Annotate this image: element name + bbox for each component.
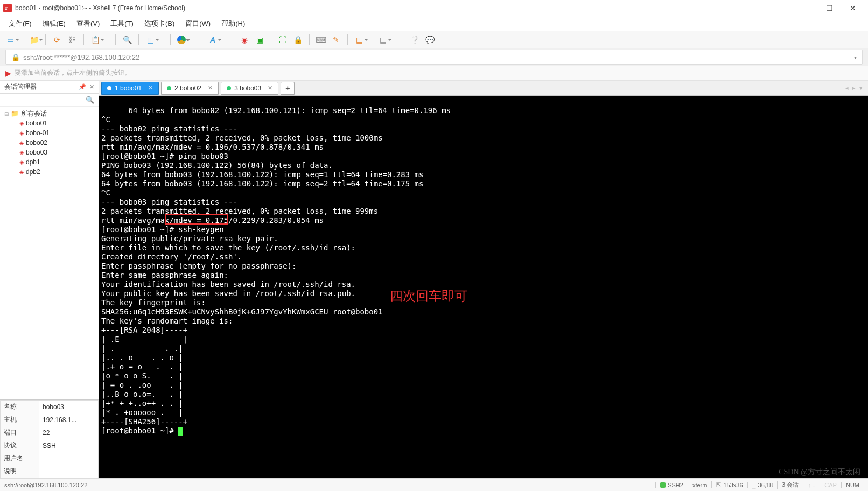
search-icon[interactable]: 🔍 [86,96,94,104]
tree-root[interactable]: ⊟ 📁 所有会话 [0,109,99,118]
session-icon: ◈ [19,139,24,146]
prop-row: 名称bobo03 [1,401,99,413]
sidebar-close-icon[interactable]: ✕ [89,83,94,90]
title-bar: x bobo01 - root@bobo01:~ - Xshell 7 (Fre… [0,0,868,16]
menu-edit[interactable]: 编辑(E) [37,17,71,31]
pin-icon[interactable]: 📌 [79,83,86,90]
fullscreen-icon[interactable]: ⛶ [278,35,288,45]
session-icon: ◈ [19,149,24,156]
close-button[interactable]: ✕ [841,1,865,16]
tab-add-button[interactable]: + [281,82,295,95]
tab-close-icon[interactable]: ✕ [148,85,153,92]
prop-row: 说明 [1,465,99,478]
tip-text: 要添加当前会话，点击左侧的箭头按钮。 [15,68,131,78]
toolbar: ▭ 📁 ⟳ ⛓ 📋 🔍 ▥ A ◉ ▣ ⛶ 🔒 ⌨ ✎ ▦ ▤ ❔ 💬 [0,31,868,48]
tab-bar: 1 bobo01 ✕ 2 bobo02 ✕ 3 bobo03 ✕ + ◂ ▸ ▾ [99,81,868,96]
main-area: 会话管理器 📌✕ 🔍 ⊟ 📁 所有会话 ◈bobo01 ◈bobo-01 ◈bo… [0,81,868,478]
status-size: ⇱ 153x36 [711,481,747,488]
address-bar[interactable]: 🔒 ssh://root:******@192.168.100.120:22 ▾ [5,50,863,65]
app-icon: x [3,4,12,12]
tab-bobo02[interactable]: 2 bobo02 ✕ [161,82,219,95]
prop-row: 协议SSH [1,439,99,452]
menu-file[interactable]: 文件(F) [3,17,37,31]
highlight-icon[interactable]: ✎ [331,35,341,45]
properties-table: 名称bobo03 主机192.168.1... 端口22 协议SSH 用户名 说… [0,400,99,478]
prop-row: 端口22 [1,426,99,439]
session-icon: ◈ [19,120,24,127]
terminal[interactable]: 64 bytes from bobo02 (192.168.100.121): … [99,96,868,478]
tree-item-bobo03[interactable]: ◈bobo03 [0,148,99,157]
tree-root-label: 所有会话 [21,109,47,118]
status-num: NUM [841,482,864,488]
disconnect-icon[interactable]: ⛓ [67,35,77,45]
status-conn: SSH2 [655,482,688,488]
menu-window[interactable]: 窗口(W) [180,17,216,31]
tab-nav-arrows[interactable]: ◂ ▸ ▾ [845,85,864,92]
session-icon: ◈ [19,159,24,166]
chat-icon[interactable]: 💬 [425,35,435,45]
terminal-list-icon[interactable]: ▤ [378,35,388,45]
content-area: 1 bobo01 ✕ 2 bobo02 ✕ 3 bobo03 ✕ + ◂ ▸ ▾… [99,81,868,478]
tree-item-dpb1[interactable]: ◈dpb1 [0,157,99,167]
copy-icon[interactable]: 📋 [90,35,100,45]
sidebar-pin[interactable]: 📌✕ [79,83,94,90]
record-icon[interactable]: ◉ [240,35,249,45]
session-icon: ◈ [19,169,24,176]
browser-icon[interactable] [177,36,186,44]
open-session-icon[interactable]: 📁 [29,35,39,45]
sidebar: 会话管理器 📌✕ 🔍 ⊟ 📁 所有会话 ◈bobo01 ◈bobo-01 ◈bo… [0,81,99,478]
menu-tools[interactable]: 工具(T) [105,17,139,31]
tab-bobo03[interactable]: 3 bobo03 ✕ [221,82,278,95]
svg-text:x: x [5,5,8,11]
maximize-button[interactable]: ☐ [817,1,841,16]
sidebar-title: 会话管理器 [4,82,37,92]
new-session-icon[interactable]: ▭ [5,35,15,45]
annotation-text: 四次回车即可 [390,292,467,301]
flag-icon[interactable]: ▶ [5,69,11,78]
tree-item-bobo01[interactable]: ◈bobo01 [0,118,99,128]
keyboard-icon[interactable]: ⌨ [316,35,326,45]
xftp-icon[interactable]: ▦ [354,35,364,45]
tab-status-icon [107,86,111,90]
layout-icon[interactable]: ▥ [145,35,155,45]
font-icon[interactable]: A [208,35,218,45]
tab-close-icon[interactable]: ✕ [208,85,213,92]
tip-bar: ▶ 要添加当前会话，点击左侧的箭头按钮。 [0,66,868,81]
tree-item-dpb2[interactable]: ◈dpb2 [0,167,99,177]
status-term: xterm [688,482,712,488]
minimize-button[interactable]: — [794,1,817,16]
reconnect-icon[interactable]: ⟳ [52,35,62,45]
status-left: ssh://root@192.168.100.120:22 [4,482,655,488]
menu-help[interactable]: 帮助(H) [216,17,250,31]
lock-icon: 🔒 [11,53,20,61]
tab-status-icon [227,86,231,90]
menu-view[interactable]: 查看(V) [71,17,105,31]
tree-item-bobo02[interactable]: ◈bobo02 [0,138,99,148]
status-cursor: ⎯ 36,18 [747,482,778,488]
tree-item-bobo-01[interactable]: ◈bobo-01 [0,128,99,138]
tab-close-icon[interactable]: ✕ [268,85,272,92]
menu-bar: 文件(F) 编辑(E) 查看(V) 工具(T) 选项卡(B) 窗口(W) 帮助(… [0,16,868,31]
sidebar-header: 会话管理器 📌✕ [0,81,99,94]
status-cap: CAP [820,482,841,488]
window-buttons: — ☐ ✕ [794,1,865,16]
search-icon[interactable]: 🔍 [122,35,132,45]
folder-icon: 📁 [11,110,19,117]
status-arrows[interactable]: ↑ ↓ [803,482,820,488]
tab-label: 2 bobo02 [174,85,201,92]
tab-bobo01[interactable]: 1 bobo01 ✕ [101,82,159,95]
address-url: ssh://root:******@192.168.100.120:22 [23,53,854,61]
menu-tab[interactable]: 选项卡(B) [139,17,180,31]
status-bar: ssh://root@192.168.100.120:22 SSH2 xterm… [0,478,868,491]
lock-icon[interactable]: 🔒 [293,35,303,45]
tree-toggle-icon[interactable]: ⊟ [4,111,11,117]
help-icon[interactable]: ❔ [410,35,419,45]
address-dropdown-icon[interactable]: ▾ [854,54,857,60]
tab-label: 1 bobo01 [115,85,142,92]
session-icon: ◈ [19,130,24,137]
play-icon[interactable]: ▣ [255,35,264,45]
status-sessions: 3 会话 [777,481,803,489]
session-tree: ⊟ 📁 所有会话 ◈bobo01 ◈bobo-01 ◈bobo02 ◈bobo0… [0,107,99,399]
sidebar-search[interactable]: 🔍 [0,94,99,107]
tab-label: 3 bobo03 [234,85,261,92]
